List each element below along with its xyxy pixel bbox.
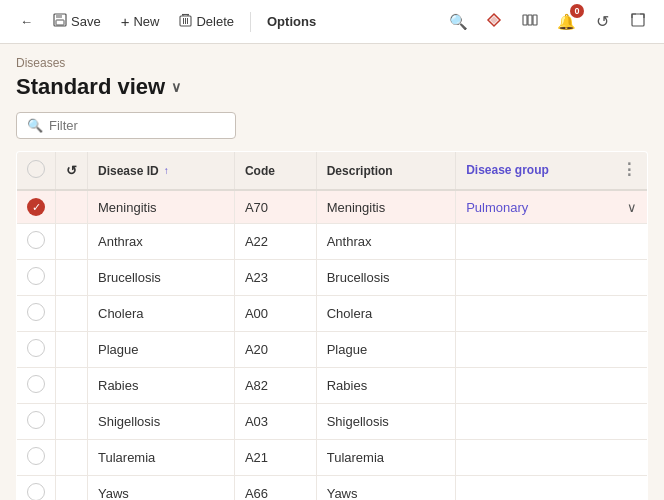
table-body: ✓MeningitisA70MeningitisPulmonary ∨Anthr… (17, 190, 648, 500)
row-checkbox-cell[interactable] (17, 260, 56, 296)
search-button[interactable]: 🔍 (444, 8, 472, 36)
row-checkbox-cell[interactable] (17, 368, 56, 404)
row-code: A22 (234, 224, 316, 260)
row-refresh-cell (56, 476, 88, 501)
save-button[interactable]: Save (45, 9, 109, 34)
row-disease-group (456, 296, 648, 332)
expand-button[interactable] (624, 8, 652, 36)
table-row[interactable]: PlagueA20Plague (17, 332, 648, 368)
header-refresh-icon[interactable]: ↺ (66, 163, 77, 178)
row-disease-group (456, 404, 648, 440)
row-description: Rabies (316, 368, 455, 404)
col-header-disease-group[interactable]: Disease group ⋮ (456, 152, 647, 187)
row-disease-group: Pulmonary ∨ (456, 190, 648, 224)
row-disease-id: Plague (88, 332, 235, 368)
row-refresh-cell (56, 440, 88, 476)
refresh-button[interactable]: ↺ (588, 8, 616, 36)
row-disease-id: Brucellosis (88, 260, 235, 296)
row-disease-id: Meningitis (88, 190, 235, 224)
refresh-icon: ↺ (596, 12, 609, 31)
delete-button[interactable]: Delete (171, 9, 242, 34)
row-checkbox-cell[interactable] (17, 476, 56, 501)
table-row[interactable]: ✓MeningitisA70MeningitisPulmonary ∨ (17, 190, 648, 224)
row-code: A21 (234, 440, 316, 476)
toolbar: ← Save + New Delete (0, 0, 664, 44)
new-label: New (133, 14, 159, 29)
notification-wrapper: 🔔 0 (552, 8, 580, 36)
notification-badge: 0 (570, 4, 584, 18)
expand-icon (631, 13, 645, 30)
filter-search-icon: 🔍 (27, 118, 43, 133)
diamond-icon (486, 12, 502, 31)
row-checkbox-cell[interactable] (17, 296, 56, 332)
page-content: Diseases Standard view ∨ 🔍 ↺ Disease ID … (0, 44, 664, 500)
new-button[interactable]: + New (113, 9, 168, 34)
table-row[interactable]: ShigellosisA03Shigellosis (17, 404, 648, 440)
title-chevron-icon[interactable]: ∨ (171, 79, 181, 95)
row-checkbox[interactable] (27, 411, 45, 429)
row-disease-group (456, 476, 648, 501)
row-description: Plague (316, 332, 455, 368)
row-disease-id: Rabies (88, 368, 235, 404)
table-row[interactable]: CholeraA00Cholera (17, 296, 648, 332)
row-disease-group (456, 440, 648, 476)
row-refresh-cell (56, 260, 88, 296)
row-refresh-cell (56, 190, 88, 224)
row-checkbox-cell[interactable]: ✓ (17, 190, 56, 224)
row-checkbox-cell[interactable] (17, 440, 56, 476)
table-row[interactable]: BrucellosisA23Brucellosis (17, 260, 648, 296)
row-disease-id: Yaws (88, 476, 235, 501)
row-disease-id: Tularemia (88, 440, 235, 476)
table-row[interactable]: RabiesA82Rabies (17, 368, 648, 404)
row-dropdown-icon[interactable]: ∨ (627, 200, 637, 215)
table-row[interactable]: AnthraxA22Anthrax (17, 224, 648, 260)
row-refresh-cell (56, 404, 88, 440)
disease-group-value[interactable]: Pulmonary (466, 200, 528, 215)
diamond-button[interactable] (480, 8, 508, 36)
row-refresh-cell (56, 224, 88, 260)
col-header-disease-id[interactable]: Disease ID ↑ (88, 152, 235, 191)
row-checkbox-cell[interactable] (17, 224, 56, 260)
row-checkbox-cell[interactable] (17, 404, 56, 440)
row-checkbox[interactable] (27, 483, 45, 500)
header-checkbox[interactable] (27, 160, 45, 178)
columns-button[interactable] (516, 8, 544, 36)
row-disease-id: Anthrax (88, 224, 235, 260)
sort-asc-icon: ↑ (164, 165, 169, 176)
row-checkbox-checked[interactable]: ✓ (27, 198, 45, 216)
back-button[interactable]: ← (12, 10, 41, 33)
row-code: A66 (234, 476, 316, 501)
row-description: Shigellosis (316, 404, 455, 440)
col-header-code[interactable]: Code (234, 152, 316, 191)
row-refresh-cell (56, 368, 88, 404)
options-label: Options (267, 14, 316, 29)
svg-rect-2 (56, 20, 64, 25)
svg-rect-1 (56, 14, 62, 18)
table-row[interactable]: YawsA66Yaws (17, 476, 648, 501)
filter-input[interactable] (49, 118, 225, 133)
col-more-icon[interactable]: ⋮ (621, 160, 637, 179)
table-row[interactable]: TularemiaA21Tularemia (17, 440, 648, 476)
row-checkbox[interactable] (27, 339, 45, 357)
row-code: A03 (234, 404, 316, 440)
row-disease-group (456, 368, 648, 404)
row-description: Anthrax (316, 224, 455, 260)
options-button[interactable]: Options (259, 10, 324, 33)
row-checkbox[interactable] (27, 303, 45, 321)
row-description: Meningitis (316, 190, 455, 224)
svg-rect-14 (533, 15, 537, 25)
row-checkbox[interactable] (27, 267, 45, 285)
row-description: Brucellosis (316, 260, 455, 296)
svg-rect-15 (632, 14, 644, 26)
row-checkbox-cell[interactable] (17, 332, 56, 368)
diseases-table: ↺ Disease ID ↑ Code Description Disease … (16, 151, 648, 500)
new-plus-icon: + (121, 13, 130, 30)
row-checkbox[interactable] (27, 231, 45, 249)
row-checkbox[interactable] (27, 447, 45, 465)
page-title: Standard view ∨ (16, 74, 648, 100)
row-code: A70 (234, 190, 316, 224)
filter-wrapper: 🔍 (16, 112, 236, 139)
col-header-description[interactable]: Description (316, 152, 455, 191)
row-refresh-cell (56, 332, 88, 368)
row-checkbox[interactable] (27, 375, 45, 393)
